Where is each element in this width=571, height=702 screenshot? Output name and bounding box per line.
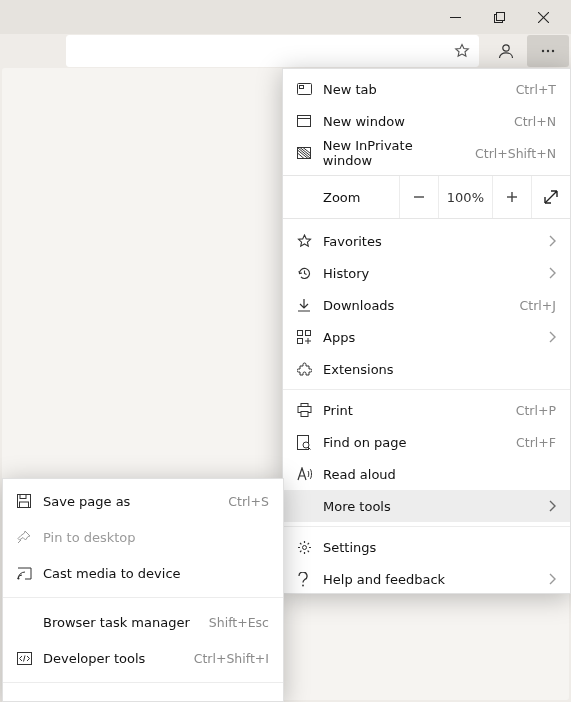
save-icon [17,494,43,508]
menu-favorites[interactable]: Favorites [283,225,570,257]
menu-extensions[interactable]: Extensions [283,353,570,385]
menu-label: More tools [323,499,538,514]
zoom-out-button[interactable] [399,176,438,218]
menu-label: Browser task manager [43,615,199,630]
close-button[interactable] [521,0,565,34]
menu-shortcut: Ctrl+Shift+I [194,651,269,666]
cast-icon [17,567,43,580]
submenu-host-ie-tab[interactable]: Host in IE tab [3,689,283,702]
menu-label: Developer tools [43,651,184,666]
svg-point-32 [18,577,20,579]
svg-rect-30 [20,502,29,508]
menu-label: Extensions [323,362,556,377]
menu-shortcut: Ctrl+P [516,403,556,418]
menu-apps[interactable]: Apps [283,321,570,353]
zoom-row: Zoom 100% [283,175,570,219]
menu-label: History [323,266,538,281]
menu-divider [283,389,570,390]
submenu-task-manager[interactable]: Browser task manager Shift+Esc [3,604,283,640]
read-aloud-icon [297,467,323,481]
menu-new-tab[interactable]: New tab Ctrl+T [283,73,570,105]
menu-label: New InPrivate window [323,138,465,168]
chevron-right-icon [548,573,556,585]
svg-rect-11 [298,116,311,127]
svg-rect-10 [300,86,304,89]
menu-label: Apps [323,330,538,345]
pin-icon [17,530,43,544]
menu-label: Help and feedback [323,572,538,587]
svg-point-5 [503,45,509,51]
svg-rect-17 [298,331,303,336]
menu-more-tools[interactable]: More tools [283,490,570,522]
menu-shortcut: Ctrl+J [520,298,556,313]
new-window-icon [297,115,323,127]
extensions-icon [297,362,323,377]
svg-rect-29 [20,495,26,499]
window-titlebar [0,0,571,34]
svg-rect-22 [301,412,308,417]
download-icon [297,298,323,312]
chevron-right-icon [548,500,556,512]
toolbar [0,34,571,68]
submenu-save-page-as[interactable]: Save page as Ctrl+S [3,483,283,519]
find-icon [297,435,323,450]
apps-icon [297,330,323,344]
maximize-button[interactable] [477,0,521,34]
svg-point-6 [542,50,544,52]
settings-menu: New tab Ctrl+T New window Ctrl+N New InP… [282,68,571,594]
menu-shortcut: Ctrl+Shift+N [475,146,556,161]
menu-help[interactable]: Help and feedback [283,563,570,595]
menu-find[interactable]: Find on page Ctrl+F [283,426,570,458]
menu-shortcut: Shift+Esc [209,615,269,630]
menu-label: Favorites [323,234,538,249]
menu-label: New window [323,114,504,129]
svg-point-27 [302,584,304,586]
inprivate-icon [297,147,323,159]
chevron-right-icon [548,267,556,279]
zoom-in-button[interactable] [492,176,531,218]
menu-label: Read aloud [323,467,556,482]
zoom-label: Zoom [283,190,399,205]
chevron-right-icon [548,235,556,247]
fullscreen-button[interactable] [531,176,570,218]
zoom-percent: 100% [438,176,492,218]
menu-print[interactable]: Print Ctrl+P [283,394,570,426]
menu-new-inprivate[interactable]: New InPrivate window Ctrl+Shift+N [283,137,570,169]
menu-shortcut: Ctrl+S [228,494,269,509]
address-field[interactable] [66,35,479,67]
new-tab-icon [297,83,323,95]
svg-rect-19 [298,339,303,344]
menu-shortcut: Ctrl+T [516,82,556,97]
svg-rect-2 [496,12,504,20]
menu-label: Pin to desktop [43,530,269,545]
menu-settings[interactable]: Settings [283,531,570,563]
devtools-icon [17,652,43,665]
menu-shortcut: Ctrl+N [514,114,556,129]
menu-divider [3,597,283,598]
svg-point-26 [303,545,307,549]
menu-read-aloud[interactable]: Read aloud [283,458,570,490]
more-menu-button[interactable] [527,35,569,67]
menu-label: Print [323,403,506,418]
submenu-pin-to-desktop: Pin to desktop [3,519,283,555]
menu-downloads[interactable]: Downloads Ctrl+J [283,289,570,321]
gear-icon [297,540,323,555]
menu-label: Find on page [323,435,506,450]
menu-label: Downloads [323,298,510,313]
more-tools-submenu: Save page as Ctrl+S Pin to desktop Cast … [2,478,284,702]
svg-rect-18 [306,331,311,336]
minimize-button[interactable] [433,0,477,34]
menu-label: Settings [323,540,556,555]
menu-divider [3,682,283,683]
submenu-dev-tools[interactable]: Developer tools Ctrl+Shift+I [3,640,283,676]
menu-new-window[interactable]: New window Ctrl+N [283,105,570,137]
menu-label: New tab [323,82,506,97]
favorite-star-icon[interactable] [454,43,470,59]
menu-label: Save page as [43,494,218,509]
print-icon [297,403,323,417]
submenu-cast[interactable]: Cast media to device [3,555,283,591]
profile-button[interactable] [485,34,527,68]
chevron-right-icon [548,331,556,343]
menu-history[interactable]: History [283,257,570,289]
star-icon [297,234,323,249]
